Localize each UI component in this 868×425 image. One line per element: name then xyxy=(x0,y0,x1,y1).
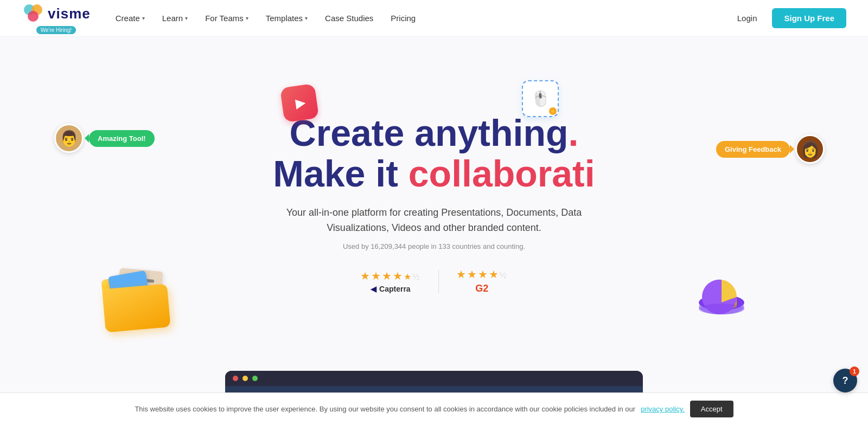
chevron-down-icon: ▾ xyxy=(246,15,248,21)
g2-stars: ★★★★½ xyxy=(456,268,508,281)
chevron-down-icon: ▾ xyxy=(185,15,188,21)
browser-dot-green xyxy=(252,376,258,381)
nav-case-studies[interactable]: Case Studies xyxy=(317,9,381,27)
capterra-label: Capterra xyxy=(379,285,411,293)
folder-icon xyxy=(103,270,174,330)
hiring-badge: We're Hiring! xyxy=(36,26,76,34)
capterra-arrow-icon: ◀ xyxy=(371,285,376,293)
nav-for-teams[interactable]: For Teams ▾ xyxy=(197,9,256,27)
nav-links: Create ▾ Learn ▾ For Teams ▾ Templates ▾… xyxy=(108,9,731,27)
feedback-bubble: Giving Feedback 👩 xyxy=(716,134,825,164)
svg-point-5 xyxy=(699,304,744,314)
chevron-down-icon: ▾ xyxy=(142,15,145,21)
help-badge: 1 xyxy=(850,366,859,376)
amazing-tool-bubble: 👨 Amazing Tool! xyxy=(54,124,155,153)
svg-point-2 xyxy=(28,11,39,22)
user-avatar-2: 👩 xyxy=(795,134,825,164)
help-button[interactable]: ? 1 xyxy=(833,369,857,392)
navbar: visme We're Hiring! Create ▾ Learn ▾ For… xyxy=(0,0,868,37)
accept-button[interactable]: Accept xyxy=(690,401,733,417)
cookie-banner: This website uses cookies to improve the… xyxy=(0,392,868,425)
capterra-stars: ★★★★★½ xyxy=(360,269,420,282)
browser-dot-yellow xyxy=(242,376,248,381)
cursor-icon: 🖱️ ⚡ xyxy=(522,80,559,117)
pie-chart-icon xyxy=(694,270,749,321)
login-button[interactable]: Login xyxy=(731,9,764,27)
nav-templates[interactable]: Templates ▾ xyxy=(258,9,315,27)
g2-rating: ★★★★½ G2 xyxy=(439,268,525,294)
capterra-rating: ★★★★★½ ◀ Capterra xyxy=(343,269,438,293)
chevron-down-icon: ▾ xyxy=(305,15,308,21)
hero-section: 🖱️ ⚡ 👨 Amazing Tool! Giving Feedback 👩 xyxy=(0,37,868,425)
cookie-text: This website uses cookies to improve the… xyxy=(135,405,635,413)
browser-dot-red xyxy=(233,376,238,381)
play-icon xyxy=(282,86,317,120)
giving-feedback-label: Giving Feedback xyxy=(716,141,790,158)
user-avatar-1: 👨 xyxy=(54,124,84,153)
signup-button[interactable]: Sign Up Free xyxy=(772,8,846,28)
amazing-tool-label: Amazing Tool! xyxy=(89,130,155,147)
hero-stats: Used by 16,209,344 people in 133 countri… xyxy=(11,242,857,250)
nav-pricing[interactable]: Pricing xyxy=(383,9,423,27)
help-icon: ? xyxy=(843,375,848,387)
nav-actions: Login Sign Up Free xyxy=(731,8,846,28)
nav-create[interactable]: Create ▾ xyxy=(108,9,152,27)
logo[interactable]: visme We're Hiring! xyxy=(22,2,91,34)
nav-learn[interactable]: Learn ▾ xyxy=(155,9,195,27)
hero-subtitle: Your all-in-one platform for creating Pr… xyxy=(282,205,586,236)
logo-wordmark: visme xyxy=(48,5,91,22)
privacy-policy-link[interactable]: privacy policy. xyxy=(641,405,685,413)
g2-logo: G2 xyxy=(475,283,488,294)
logo-icon xyxy=(22,2,44,25)
